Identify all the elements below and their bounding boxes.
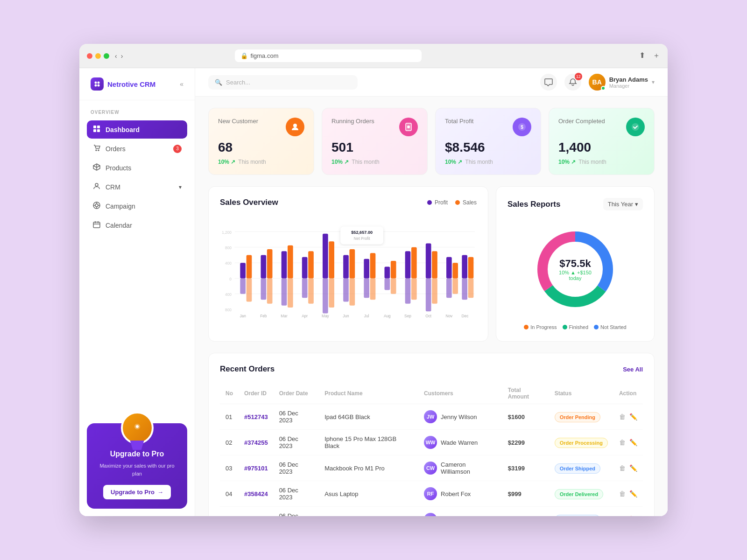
- svg-rect-88: [468, 279, 474, 298]
- cell-date: 06 Dec 2023: [274, 404, 319, 430]
- user-details: Bryan Adams Manager: [609, 76, 648, 89]
- delete-icon[interactable]: 🗑: [619, 413, 626, 420]
- svg-rect-62: [452, 263, 458, 278]
- col-action: Action: [613, 383, 643, 404]
- svg-rect-52: [350, 249, 355, 279]
- cell-customer: WW Wade Warren: [418, 430, 502, 455]
- delete-icon[interactable]: 🗑: [619, 490, 626, 497]
- svg-rect-51: [343, 255, 349, 279]
- user-name: Bryan Adams: [609, 76, 648, 83]
- delete-icon[interactable]: 🗑: [619, 464, 626, 472]
- donut-total-value: $75.5k: [554, 258, 596, 270]
- stat-footer-order-completed: 10% ↗ This month: [558, 159, 645, 165]
- stat-value-running-orders: 501: [331, 140, 418, 155]
- col-order-id: Order ID: [239, 383, 274, 404]
- sidebar-item-crm[interactable]: CRM ▾: [87, 178, 187, 196]
- stat-footer-total-profit: 10% ↗ This month: [445, 159, 531, 165]
- dot-yellow[interactable]: [95, 53, 101, 59]
- upgrade-button[interactable]: Upgrade to Pro →: [103, 485, 171, 499]
- in-progress-dot: [524, 325, 529, 329]
- app-container: Netrotive CRM « OVERVIEW Dashboa: [79, 68, 668, 516]
- see-all-link[interactable]: See All: [623, 366, 643, 373]
- sidebar-item-calendar[interactable]: Calendar: [87, 216, 187, 234]
- svg-rect-87: [462, 279, 467, 300]
- forward-arrow[interactable]: ›: [121, 52, 123, 60]
- svg-text:Aug: Aug: [384, 314, 391, 318]
- dashboard-icon: [92, 125, 101, 134]
- svg-rect-80: [391, 279, 396, 294]
- sales-reports-card: Sales Reports This Year ▾: [496, 186, 655, 342]
- cell-order-id: #975201: [239, 507, 274, 517]
- cell-status: Order Processing: [549, 430, 613, 455]
- cell-customer: CW Cameron Williamson: [418, 455, 502, 481]
- browser-chrome: ‹ › 🔒 figma.com ⬆ ＋: [79, 44, 668, 68]
- dot-green[interactable]: [104, 53, 109, 59]
- nav-section-label: OVERVIEW: [87, 110, 187, 115]
- legend-profit: Profit: [427, 199, 448, 206]
- sidebar-item-dashboard[interactable]: Dashboard: [87, 120, 187, 139]
- orders-label: Orders: [106, 145, 126, 153]
- address-bar[interactable]: 🔒 figma.com: [235, 49, 422, 62]
- upgrade-desc: Maximize your sales with our pro plan: [96, 462, 178, 477]
- svg-text:Apr: Apr: [302, 314, 308, 318]
- delete-icon[interactable]: 🗑: [619, 516, 626, 516]
- sidebar-item-products[interactable]: Products: [87, 159, 187, 177]
- sidebar: Netrotive CRM « OVERVIEW Dashboa: [79, 68, 195, 516]
- top-header: 🔍 Search... 12: [195, 68, 668, 97]
- svg-point-22: [136, 425, 139, 428]
- logo-text: Netrotive CRM: [107, 80, 155, 88]
- notification-button[interactable]: 12: [564, 74, 581, 91]
- dot-red[interactable]: [87, 53, 92, 59]
- svg-text:800: 800: [225, 245, 232, 250]
- upgrade-medal: [121, 412, 154, 444]
- new-tab-icon[interactable]: ＋: [653, 51, 660, 61]
- edit-icon[interactable]: ✏️: [629, 464, 637, 472]
- stat-card-total-profit: Total Profit $ $8.546 10% ↗ This: [435, 108, 541, 175]
- svg-point-9: [98, 150, 99, 151]
- share-icon[interactable]: ⬆: [639, 51, 645, 61]
- edit-icon[interactable]: ✏️: [629, 516, 637, 516]
- edit-icon[interactable]: ✏️: [629, 490, 637, 497]
- sidebar-item-campaign[interactable]: Campaign: [87, 197, 187, 215]
- recent-orders-card: Recent Orders See All No Order ID Order …: [208, 353, 655, 516]
- sidebar-item-orders[interactable]: Orders 3: [87, 140, 187, 158]
- cell-date: 06 Dec 2023: [274, 455, 319, 481]
- edit-icon[interactable]: ✏️: [629, 439, 637, 446]
- back-arrow[interactable]: ‹: [115, 52, 117, 60]
- edit-icon[interactable]: ✏️: [629, 413, 637, 420]
- chat-button[interactable]: [540, 74, 557, 91]
- svg-text:1,200: 1,200: [222, 230, 232, 235]
- browser-window: ‹ › 🔒 figma.com ⬆ ＋: [79, 44, 668, 516]
- this-year-dropdown[interactable]: This Year ▾: [603, 198, 643, 210]
- cell-amount: $3199: [502, 455, 549, 481]
- stat-label-order-completed: Order Completed: [558, 118, 605, 125]
- svg-point-8: [96, 150, 97, 151]
- stat-label-running-orders: Running Orders: [331, 118, 374, 125]
- in-progress-label: In Progress: [530, 324, 557, 330]
- svg-text:Jun: Jun: [343, 314, 349, 318]
- delete-icon[interactable]: 🗑: [619, 439, 626, 446]
- cell-order-id: #975101: [239, 455, 274, 481]
- cell-order-id: #374255: [239, 430, 274, 455]
- stat-change-order-completed: 10% ↗: [558, 159, 576, 165]
- cell-amount: $1600: [502, 404, 549, 430]
- search-icon: 🔍: [215, 79, 222, 86]
- calendar-icon: [92, 221, 101, 230]
- stat-change-running-orders: 10% ↗: [331, 159, 349, 165]
- stat-value-order-completed: 1,400: [558, 140, 645, 155]
- customer-avatar: WW: [424, 436, 437, 449]
- orders-badge: 3: [173, 145, 182, 153]
- svg-text:Dec: Dec: [462, 314, 469, 318]
- cell-order-id: #512743: [239, 404, 274, 430]
- search-bar[interactable]: 🔍 Search...: [208, 75, 358, 90]
- status-badge: Order Processing: [555, 438, 608, 448]
- svg-rect-63: [462, 255, 467, 279]
- svg-rect-78: [370, 279, 376, 300]
- user-menu[interactable]: BA Bryan Adams Manager ▾: [589, 74, 655, 91]
- collapse-button[interactable]: «: [180, 80, 183, 88]
- donut-legend: In Progress Finished Not Started: [524, 324, 626, 330]
- table-row: 05 #975201 06 Dec 2023 Apple Watch Serie…: [220, 507, 643, 517]
- sales-reports-title: Sales Reports: [507, 200, 560, 209]
- browser-dots: [87, 53, 109, 59]
- svg-rect-76: [350, 279, 355, 306]
